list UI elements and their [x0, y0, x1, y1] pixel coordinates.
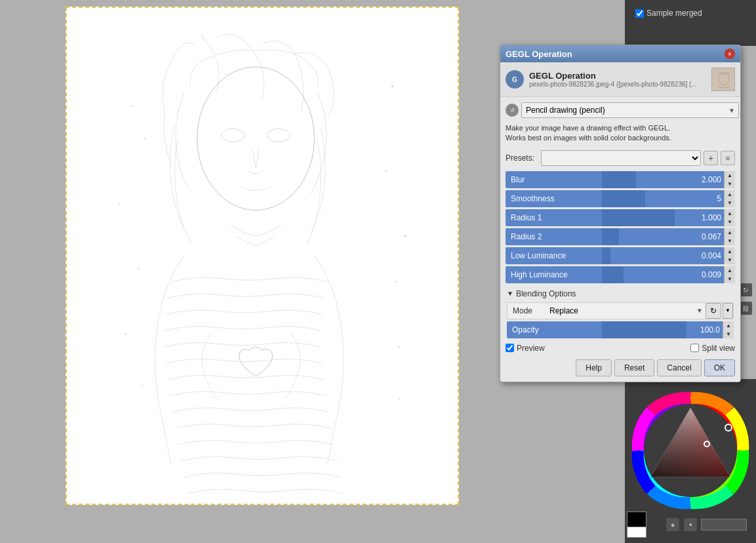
ok-button[interactable]: OK	[704, 359, 735, 376]
param-spinner-down-5[interactable]: ▼	[725, 275, 735, 283]
param-row-2: Radius 1 1.000 ▲ ▼	[506, 209, 735, 226]
color-wheel-svg[interactable]	[631, 392, 749, 510]
mode-select[interactable]: Replace	[547, 306, 694, 315]
svg-point-13	[395, 281, 397, 283]
svg-point-10	[144, 137, 146, 140]
opacity-bar-fill	[602, 321, 686, 338]
param-spinner-4[interactable]: ▲ ▼	[724, 247, 735, 264]
param-bar-2[interactable]	[602, 209, 688, 226]
opacity-bar[interactable]	[602, 321, 686, 338]
param-spinner-up-2[interactable]: ▲	[725, 209, 735, 218]
param-spinner-3[interactable]: ▲ ▼	[724, 228, 735, 245]
param-row-1: Smoothness 5 ▲ ▼	[506, 190, 735, 207]
svg-point-12	[137, 268, 140, 270]
preview-label: Preview	[517, 344, 545, 353]
bottom-color-bar: ◈ ✦ 000000	[625, 510, 756, 540]
param-spinner-down-0[interactable]: ▼	[725, 180, 735, 188]
param-label-2: Radius 1	[506, 213, 602, 222]
opacity-spinner[interactable]: ▲ ▼	[723, 321, 734, 338]
mode-dropdown-arrow: ▼	[694, 307, 706, 314]
param-label-3: Radius 2	[506, 232, 602, 241]
param-bar-0[interactable]	[602, 171, 688, 188]
param-label-4: Low Luminance	[506, 251, 602, 260]
param-value-3: 0.067	[688, 232, 724, 241]
param-value-2: 1.000	[688, 213, 724, 222]
opacity-label: Opacity	[507, 325, 602, 334]
presets-manage-button[interactable]: ≡	[721, 151, 735, 165]
svg-point-14	[141, 385, 143, 387]
svg-marker-19	[651, 408, 730, 477]
gegl-title-bar: GEGL Operation ×	[500, 45, 740, 62]
opacity-spinner-down[interactable]: ▼	[723, 330, 734, 338]
param-bar-fill-2	[602, 209, 675, 226]
param-spinner-down-2[interactable]: ▼	[725, 218, 735, 226]
presets-label: Presets:	[506, 153, 538, 163]
param-bar-1[interactable]	[602, 190, 688, 207]
presets-row: Presets: + ≡	[506, 150, 735, 166]
svg-point-4	[131, 106, 132, 107]
svg-point-9	[399, 346, 400, 348]
opacity-spinner-up[interactable]: ▲	[723, 321, 734, 330]
cancel-button[interactable]: Cancel	[657, 359, 701, 376]
operation-row: ↺ Pencil drawing (pencil) ▼	[506, 102, 735, 118]
gegl-header-title: GEGL Operation	[529, 71, 706, 81]
param-row-4: Low Luminance 0.004 ▲ ▼	[506, 247, 735, 264]
sample-merged-checkbox[interactable]	[635, 9, 644, 18]
param-spinner-up-1[interactable]: ▲	[725, 190, 735, 199]
param-spinner-up-0[interactable]: ▲	[725, 171, 735, 180]
presets-select[interactable]	[541, 150, 701, 166]
color-tool-btn2[interactable]: ✦	[684, 518, 697, 531]
sample-merged-row: Sample merged	[630, 5, 707, 21]
param-rows-container: Blur 2.000 ▲ ▼ Smoothness 5 ▲ ▼ Radius 1	[506, 171, 735, 283]
param-bar-fill-3	[602, 228, 619, 245]
gegl-dialog-title: GEGL Operation	[506, 49, 572, 59]
param-bar-3[interactable]	[602, 228, 688, 245]
mode-label: Mode	[507, 306, 547, 315]
param-bar-fill-5	[602, 266, 624, 283]
split-view-checkbox[interactable]	[690, 344, 699, 352]
mode-extra-dropdown[interactable]: ▼	[723, 303, 733, 319]
param-spinner-up-3[interactable]: ▲	[725, 228, 735, 237]
color-wheel-area: ◈ ✦ 000000	[625, 379, 756, 543]
gegl-close-button[interactable]: ×	[725, 49, 735, 59]
param-row-5: High Luminance 0.009 ▲ ▼	[506, 266, 735, 283]
param-spinner-down-1[interactable]: ▼	[725, 199, 735, 207]
preview-checkbox-label[interactable]: Preview	[506, 344, 545, 353]
gegl-header: G GEGL Operation pexels-photo-9828236.jp…	[500, 62, 740, 97]
reset-button[interactable]: Reset	[614, 359, 654, 376]
param-spinner-down-3[interactable]: ▼	[725, 237, 735, 245]
param-spinner-2[interactable]: ▲ ▼	[724, 209, 735, 226]
param-bar-4[interactable]	[602, 247, 688, 264]
preview-checkbox[interactable]	[506, 344, 514, 352]
param-bar-fill-0	[602, 171, 636, 188]
gegl-header-subtitle: pexels-photo-9828236.jpeg-4 ([pexels-pho…	[529, 81, 706, 88]
foreground-color-swatch[interactable]	[627, 512, 647, 527]
refresh-icon-btn[interactable]: ↻	[739, 283, 752, 296]
blending-options-header[interactable]: ▼ Blending Options	[506, 285, 735, 302]
param-value-1: 5	[688, 194, 724, 203]
color-tool-btn1[interactable]: ◈	[666, 518, 679, 531]
footer-buttons: Help Reset Cancel OK	[506, 359, 735, 376]
presets-add-button[interactable]: +	[704, 151, 718, 165]
color-hex-input[interactable]: 000000	[701, 519, 747, 531]
param-spinner-1[interactable]: ▲ ▼	[724, 190, 735, 207]
gegl-header-info: GEGL Operation pexels-photo-9828236.jpeg…	[529, 71, 706, 88]
opacity-row: Opacity 100.0 ▲ ▼	[507, 321, 734, 338]
help-button[interactable]: Help	[576, 359, 612, 376]
lock-icon-btn[interactable]: ⛓	[739, 302, 752, 315]
mode-icon-button[interactable]: ↻	[706, 303, 721, 319]
canvas-frame	[66, 7, 459, 505]
param-spinner-up-4[interactable]: ▲	[725, 247, 735, 256]
param-bar-fill-4	[602, 247, 610, 264]
param-spinner-5[interactable]: ▲ ▼	[724, 266, 735, 283]
param-spinner-0[interactable]: ▲ ▼	[724, 171, 735, 188]
param-label-0: Blur	[506, 175, 602, 184]
param-spinner-up-5[interactable]: ▲	[725, 266, 735, 275]
param-bar-5[interactable]	[602, 266, 688, 283]
operation-select[interactable]: Pencil drawing (pencil)	[521, 102, 739, 118]
collapse-arrow-icon: ▼	[507, 290, 513, 297]
svg-point-15	[398, 398, 400, 400]
svg-point-6	[118, 203, 119, 205]
param-spinner-down-4[interactable]: ▼	[725, 256, 735, 264]
split-view-checkbox-label[interactable]: Split view	[690, 344, 735, 353]
